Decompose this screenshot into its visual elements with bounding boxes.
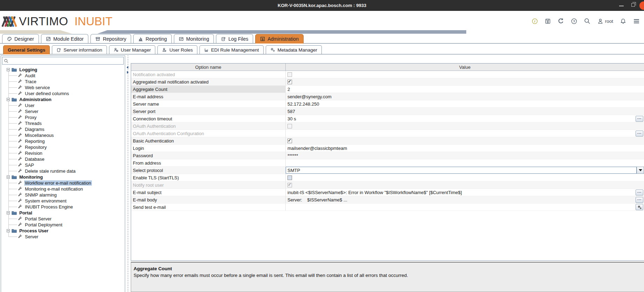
option-value-cell[interactable]: 30 s xyxy=(286,115,644,122)
tree-item-logging[interactable]: Logging xyxy=(1,67,124,73)
tree-item-proxy[interactable]: Proxy xyxy=(1,114,124,120)
option-row-login[interactable]: Loginmailsender@classicbpmteam xyxy=(131,145,644,152)
tree-item-workflow-error-e-mail-notification[interactable]: Workflow error e-mail notification xyxy=(1,180,124,186)
bell-button[interactable] xyxy=(620,18,626,24)
tab-repository[interactable]: Repository xyxy=(90,34,131,44)
checkbox-oauth-authentication[interactable] xyxy=(287,124,292,128)
subtab-user-roles[interactable]: User Roles xyxy=(157,45,197,54)
refresh-button[interactable] xyxy=(558,18,564,24)
option-value-cell[interactable]: 52.172.248.250 xyxy=(286,100,644,107)
tree-item-revision[interactable]: Revision xyxy=(1,150,124,156)
option-value-cell[interactable] xyxy=(286,159,644,166)
tree-item-server[interactable]: Server xyxy=(1,108,124,114)
option-value-cell[interactable]: 587 xyxy=(286,108,644,115)
tree-expander-icon[interactable] xyxy=(7,211,10,214)
tab-administration[interactable]: $Administration xyxy=(255,34,304,44)
window-close-button[interactable] xyxy=(639,1,644,10)
protocol-combobox[interactable]: SMTP xyxy=(286,167,637,174)
tree-item-portal-deployment[interactable]: Portal Deployment xyxy=(1,222,124,228)
tree-item-audit[interactable]: Audit xyxy=(1,73,124,79)
tree-item-portal-server[interactable]: Portal Server xyxy=(1,216,124,222)
option-value-cell[interactable] xyxy=(286,137,644,144)
option-value-cell[interactable] xyxy=(286,130,644,137)
tree-item-portal[interactable]: Portal xyxy=(1,210,124,216)
ellipsis-button[interactable] xyxy=(636,131,643,137)
subtab-server-information[interactable]: Server information xyxy=(52,45,107,54)
tree-expander-icon[interactable] xyxy=(7,229,10,232)
ellipsis-button[interactable] xyxy=(636,190,643,195)
tree-item-diagrams[interactable]: Diagrams xyxy=(1,126,124,132)
checkbox-notify-root-user[interactable] xyxy=(287,183,292,187)
help-button[interactable]: ? xyxy=(571,18,577,24)
tab-reporting[interactable]: Reporting xyxy=(133,34,172,44)
tree-item-database[interactable]: Database xyxy=(1,156,124,162)
splitter-collapse-left-icon[interactable] xyxy=(127,66,128,69)
column-header-option-name[interactable]: Option name xyxy=(131,64,286,71)
tree-item-user-defined-columns[interactable]: User defined columns xyxy=(1,91,124,97)
option-value-cell[interactable] xyxy=(286,181,644,188)
tree-item-server[interactable]: Server xyxy=(1,234,124,240)
option-value-cell[interactable]: inubit-IS <$ISServerName$>: Error in Wor… xyxy=(286,189,644,196)
panel-splitter[interactable] xyxy=(126,55,130,292)
tree-item-sap[interactable]: SAP xyxy=(1,162,124,168)
subtab-user-manager[interactable]: User Manager xyxy=(109,45,156,54)
tree-item-miscellaneous[interactable]: Miscellaneous xyxy=(1,132,124,138)
option-value-cell[interactable]: mailsender@classicbpmteam xyxy=(286,145,644,152)
tree-expander-icon[interactable] xyxy=(7,175,10,179)
option-row-server-port[interactable]: Server port587 xyxy=(131,108,644,115)
tree-item-inubit-process-engine[interactable]: INUBIT Process Engine xyxy=(1,204,124,210)
tree-item-administration[interactable]: Administration xyxy=(1,97,124,102)
combobox-dropdown-button[interactable] xyxy=(637,167,644,174)
option-row-oauth-authentication[interactable]: OAuth Authentication xyxy=(131,122,644,130)
subtab-general-settings[interactable]: General Settings xyxy=(3,45,50,54)
tree-item-trace[interactable]: Trace xyxy=(1,79,124,85)
tree-item-web-service[interactable]: Web service xyxy=(1,85,124,91)
option-value-cell[interactable]: 2 xyxy=(286,86,644,93)
checkbox-basic-authentication[interactable] xyxy=(287,139,292,143)
checkbox-aggregated-mail-notification-activated[interactable] xyxy=(287,80,292,84)
tab-monitoring[interactable]: Monitoring xyxy=(174,34,214,44)
option-row-password[interactable]: Password****** xyxy=(131,152,644,159)
option-row-notify-root-user[interactable]: Notify root user xyxy=(131,181,644,189)
send-test-email-button[interactable] xyxy=(636,204,643,210)
menu-button[interactable] xyxy=(633,18,640,25)
tree-expander-icon[interactable] xyxy=(7,68,10,71)
tree-item-process-user[interactable]: Process User xyxy=(1,228,124,234)
tree-item-snmp-alarming[interactable]: SNMP alarming xyxy=(1,192,124,198)
option-row-enable-tls-starttls[interactable]: Enable TLS (StartTLS) xyxy=(131,174,644,181)
ellipsis-button[interactable] xyxy=(636,116,643,122)
tree-item-delete-stale-runtime-data[interactable]: Delete stale runtime data xyxy=(1,168,124,174)
tab-log-files[interactable]: Log Files xyxy=(216,34,253,44)
splitter-grip[interactable] xyxy=(128,55,128,292)
option-value-cell[interactable] xyxy=(286,122,644,130)
subtab-metadata-manager[interactable]: Metadata Manager xyxy=(266,45,322,54)
option-row-e-mail-address[interactable]: E-mail addresssender@synergy.com xyxy=(131,93,644,100)
option-value-cell[interactable]: Server: $ISServerName$ ... xyxy=(286,196,644,203)
option-row-e-mail-subject[interactable]: E-mail subjectinubit-IS <$ISServerName$>… xyxy=(131,189,644,196)
tree-item-system-environment[interactable]: System environment xyxy=(1,198,124,204)
tree-item-reporting[interactable]: Reporting xyxy=(1,138,124,144)
option-value-cell[interactable]: SMTP xyxy=(286,167,644,174)
save-button[interactable] xyxy=(545,18,551,24)
subtab-edi-rule-management[interactable]: EDI Rule Management xyxy=(199,45,264,54)
option-value-cell[interactable] xyxy=(286,204,644,211)
option-row-oauth-authentication-configuration[interactable]: OAuth Authentication Configuration xyxy=(131,130,644,137)
checkbox-enable-tls-starttls[interactable] xyxy=(287,175,292,180)
user-button[interactable]: root xyxy=(597,18,613,24)
option-row-aggregated-mail-notification-activated[interactable]: Aggregated mail notification activated xyxy=(131,78,644,86)
ellipsis-button[interactable] xyxy=(636,197,643,203)
tree-item-repository[interactable]: Repository xyxy=(1,144,124,150)
option-row-basic-authentication[interactable]: Basic Authentication xyxy=(131,137,644,145)
option-row-server-name[interactable]: Server name52.172.248.250 xyxy=(131,100,644,108)
tab-designer[interactable]: Designer xyxy=(2,34,39,44)
option-row-e-mail-body[interactable]: E-mail bodyServer: $ISServerName$ ... xyxy=(131,196,644,204)
option-value-cell[interactable] xyxy=(286,71,644,78)
tree-search-input[interactable] xyxy=(10,58,123,64)
tree-item-monitoring-e-mail-notification[interactable]: Monitoring e-mail notification xyxy=(1,186,124,192)
window-minimize-button[interactable] xyxy=(619,6,624,6)
option-row-notification-activated[interactable]: Notification activated xyxy=(131,71,644,78)
option-row-connection-timeout[interactable]: Connection timeout30 s xyxy=(131,115,644,122)
tab-module-editor[interactable]: Module Editor xyxy=(41,34,88,44)
checkbox-notification-activated[interactable] xyxy=(287,72,292,77)
option-value-cell[interactable] xyxy=(286,78,644,85)
